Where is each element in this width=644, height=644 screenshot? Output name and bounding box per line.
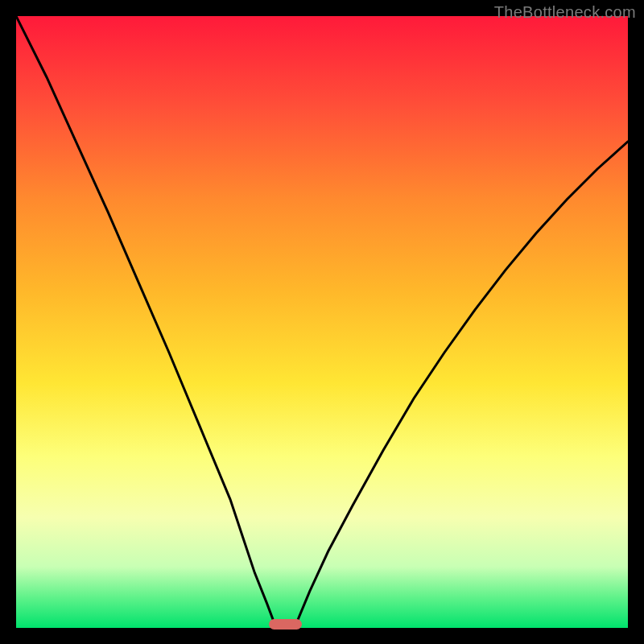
curve-layer	[16, 16, 628, 628]
right-curve	[295, 142, 628, 628]
watermark-text: TheBottleneck.com	[494, 3, 636, 22]
left-curve	[16, 16, 276, 628]
cusp-marker	[269, 619, 303, 630]
plot-area	[16, 16, 628, 628]
chart-frame: TheBottleneck.com	[0, 0, 644, 644]
